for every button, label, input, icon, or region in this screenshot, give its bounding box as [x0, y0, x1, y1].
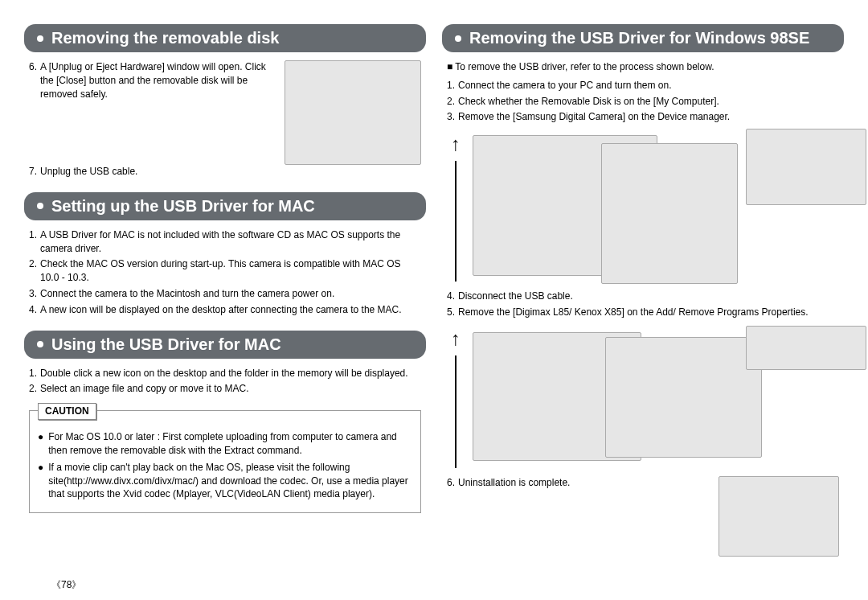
body-setup-mac: 1.A USB Driver for MAC is not included w…: [24, 228, 426, 331]
list-item: 7. Unplug the USB cable.: [29, 165, 421, 179]
list-item: 6. A [Unplug or Eject Hardware] window w…: [29, 60, 276, 101]
body-using-mac: 1.Double click a new icon on the desktop…: [24, 367, 426, 525]
list-item: 3.Connect the camera to the Macintosh an…: [29, 287, 421, 301]
page-number: 《78》: [51, 578, 81, 592]
heading-using-mac: Using the USB Driver for MAC: [24, 331, 426, 359]
list-item: 2.Select an image file and copy or move …: [29, 382, 421, 396]
list-item: 1.Connect the camera to your PC and turn…: [447, 79, 839, 92]
list-item: 1.Double click a new icon on the desktop…: [29, 367, 421, 380]
heading-removing-disk: Removing the removable disk: [24, 24, 426, 52]
screenshot-placeholder: [719, 476, 839, 557]
screenshot-placeholder: [605, 337, 762, 458]
caution-box: CAUTION ●For Mac OS 10.0 or later : Firs…: [29, 410, 421, 513]
heading-setup-mac: Setting up the USB Driver for MAC: [24, 192, 426, 220]
list-item: 6.Uninstallation is complete.: [447, 476, 702, 490]
list-item: 4.A new icon will be displayed on the de…: [29, 303, 421, 317]
list-item: 2.Check whether the Removable Disk is on…: [447, 95, 839, 109]
heading-remove-98se: Removing the USB Driver for Windows 98SE: [442, 24, 844, 52]
screenshot-placeholder: [285, 60, 421, 165]
left-column: Removing the removable disk 6. A [Unplug…: [16, 24, 434, 592]
list-item: 1.A USB Driver for MAC is not included w…: [29, 228, 421, 256]
caution-item: ●For Mac OS 10.0 or later : First comple…: [38, 430, 412, 458]
list-item: 3.Remove the [Samsung Digital Camera] on…: [447, 110, 839, 124]
caution-label: CAUTION: [38, 403, 96, 420]
arrow-up-icon: ↑: [451, 325, 461, 352]
list-item: 4.Disconnect the USB cable.: [447, 290, 839, 303]
body-remove-98se: ■ To remove the USB driver, refer to the…: [442, 60, 844, 568]
right-column: Removing the USB Driver for Windows 98SE…: [434, 24, 852, 592]
list-item: 5.Remove the [Digimax L85/ Kenox X85] on…: [447, 306, 839, 319]
screenshot-placeholder: [746, 326, 866, 370]
body-removing-disk: 6. A [Unplug or Eject Hardware] window w…: [24, 60, 426, 192]
list-item: 2.Check the MAC OS version during start-…: [29, 257, 421, 285]
caution-item: ●If a movie clip can't play back on the …: [38, 461, 412, 501]
arrow-up-icon: ↑: [451, 130, 461, 158]
screenshot-placeholder: [746, 129, 866, 205]
screenshot-placeholder: [601, 143, 738, 284]
intro-text: ■ To remove the USB driver, refer to the…: [447, 60, 839, 74]
